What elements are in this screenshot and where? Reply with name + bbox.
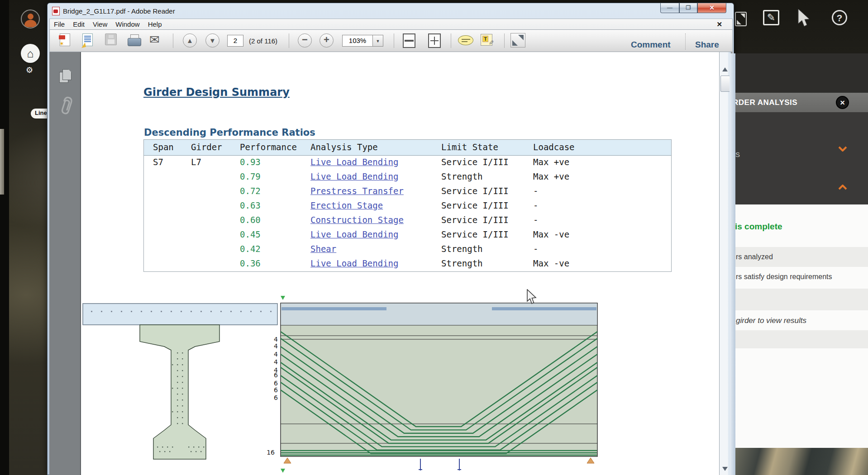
- deck-bar: [281, 307, 386, 310]
- scroll-down-icon[interactable]: [722, 467, 728, 474]
- annotate-button[interactable]: ✎: [763, 10, 779, 25]
- strand-count-label: 16: [261, 449, 275, 456]
- fullscreen-button[interactable]: [510, 33, 525, 48]
- analysis-type-link[interactable]: Construction Stage: [310, 215, 404, 225]
- user-avatar[interactable]: [21, 10, 40, 28]
- analysis-type-link[interactable]: Erection Stage: [310, 200, 383, 210]
- star-icon: ✶: [59, 40, 64, 47]
- analysis-type-link[interactable]: Live Load Bending: [310, 157, 398, 167]
- create-pdf-button[interactable]: ✶: [60, 33, 70, 46]
- minimize-button[interactable]: —: [660, 3, 679, 13]
- table-cell: Max +ve: [533, 171, 569, 181]
- toolbar-separator: [394, 33, 394, 48]
- analysis-type-link[interactable]: Live Load Bending: [310, 258, 398, 268]
- table-cell: -: [533, 200, 538, 210]
- panel-header: RDER ANALYSIS ✕: [735, 93, 868, 112]
- save-button[interactable]: [105, 33, 117, 45]
- menu-file[interactable]: File: [50, 19, 69, 29]
- strand-count-label: 6: [264, 371, 278, 379]
- menu-help[interactable]: Help: [144, 19, 166, 29]
- panel-title: RDER ANALYSIS: [735, 98, 797, 107]
- background-render: [735, 448, 868, 475]
- comment-bubble-icon[interactable]: [458, 35, 473, 45]
- swoosh-icon: [81, 43, 86, 48]
- panel-close-button[interactable]: ✕: [836, 96, 849, 109]
- home-button[interactable]: ⌂: [21, 44, 40, 63]
- share-pane-button[interactable]: Share: [695, 40, 719, 50]
- expand-arrow-icon: [740, 14, 745, 18]
- navigation-pane: [49, 52, 81, 475]
- analysis-type-link[interactable]: Live Load Bending: [310, 171, 398, 181]
- analysis-type-link[interactable]: Prestress Transfer: [310, 186, 404, 196]
- column-header: Span: [153, 142, 174, 152]
- dimension-ticks: [419, 459, 461, 470]
- girder-elevation-diagram: [280, 295, 600, 475]
- table-row: 0.79Live Load BendingStrengthMax +ve: [144, 171, 671, 186]
- column-header: Loadcase: [533, 142, 575, 152]
- support-right: [587, 458, 594, 463]
- maximize-button[interactable]: ❐: [679, 3, 697, 13]
- previous-page-button[interactable]: ▲: [183, 33, 197, 48]
- table-cell: -: [533, 215, 538, 225]
- table-row: 0.45Live Load BendingService I/IIIMax -v…: [144, 229, 671, 244]
- next-page-button[interactable]: ▼: [205, 33, 219, 48]
- support-left: [284, 458, 291, 463]
- girder-cross-section-diagram: [81, 302, 282, 465]
- email-button[interactable]: ✉: [149, 33, 160, 47]
- scrollbar-thumb[interactable]: [720, 76, 730, 92]
- table-cell: Service I/III: [441, 186, 509, 196]
- table-cell: 0.63: [240, 200, 261, 210]
- window-frame-edge: [730, 53, 735, 475]
- chevron-up-icon[interactable]: [838, 185, 847, 190]
- zoom-in-button[interactable]: +: [320, 33, 334, 48]
- window-titlebar[interactable]: Bridge_2_G1L17.pdf - Adobe Reader — ❐ ✕: [48, 3, 734, 19]
- menu-view[interactable]: View: [89, 19, 111, 29]
- table-row: 0.36Live Load BendingStrengthMax -ve: [144, 258, 671, 273]
- table-row: 0.63Erection StageService I/III-: [144, 200, 671, 215]
- question-icon: ?: [837, 13, 843, 23]
- table-cell: 0.93: [240, 157, 261, 167]
- expand-icon[interactable]: [735, 12, 747, 26]
- zoom-dropdown-button[interactable]: ▼: [372, 35, 383, 47]
- export-pdf-button[interactable]: [82, 33, 93, 46]
- sticky-note-icon[interactable]: T✎: [481, 34, 492, 46]
- column-header: Performance: [240, 142, 297, 152]
- table-row: 0.42ShearStrength-: [144, 244, 671, 258]
- settings-button[interactable]: ⚙: [26, 65, 33, 75]
- close-button[interactable]: ✕: [697, 3, 726, 13]
- zoom-level-input[interactable]: 103%: [342, 35, 373, 47]
- table-cell: Max -ve: [533, 229, 569, 239]
- help-button[interactable]: ?: [832, 10, 847, 25]
- home-icon: ⌂: [27, 47, 33, 60]
- print-button[interactable]: [128, 38, 141, 46]
- table-header-row: SpanGirderPerformanceAnalysis TypeLimit …: [144, 140, 671, 156]
- result-satisfy-text: rs satisfy design requirements: [736, 273, 832, 281]
- cursor-tool-icon[interactable]: [796, 9, 812, 27]
- pdf-file-icon: [52, 7, 60, 15]
- table-cell: 0.60: [240, 215, 261, 225]
- background-dark-edge: [0, 0, 9, 475]
- deck-bar: [492, 307, 596, 310]
- attachments-paperclip-icon[interactable]: [59, 95, 73, 116]
- menu-window[interactable]: Window: [111, 19, 143, 29]
- column-header: Analysis Type: [310, 142, 378, 152]
- page-count-label: (2 of 116): [249, 37, 277, 45]
- menubar-close-icon[interactable]: ✕: [716, 20, 722, 28]
- menu-edit[interactable]: Edit: [69, 19, 89, 29]
- panel-dark-section: S: [735, 112, 868, 204]
- comment-pane-button[interactable]: Comment: [631, 40, 671, 50]
- analysis-type-link[interactable]: Live Load Bending: [310, 229, 398, 239]
- table-cell: Strength: [441, 244, 483, 254]
- chevron-down-icon[interactable]: [838, 146, 847, 152]
- avatar-body-icon: [24, 20, 37, 27]
- page-number-input[interactable]: 2: [227, 35, 243, 47]
- table-cell: -: [533, 244, 538, 254]
- scroll-up-icon[interactable]: [722, 65, 728, 71]
- table-cell: Strength: [441, 258, 483, 268]
- zoom-out-button[interactable]: −: [298, 33, 312, 48]
- fit-page-button[interactable]: [428, 33, 441, 48]
- scrolling-mode-button[interactable]: [403, 33, 415, 48]
- adobe-reader-window: Bridge_2_G1L17.pdf - Adobe Reader — ❐ ✕ …: [47, 3, 734, 475]
- page-thumbnails-icon[interactable]: [59, 69, 71, 83]
- analysis-type-link[interactable]: Shear: [310, 244, 336, 254]
